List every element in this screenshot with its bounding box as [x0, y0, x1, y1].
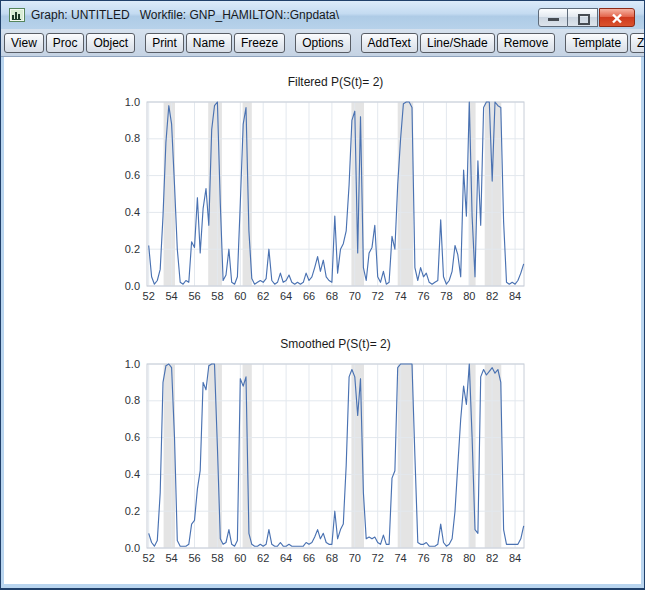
y-tick-label: 1.0 — [125, 96, 140, 108]
y-tick-label: 0.2 — [125, 505, 140, 517]
x-tick-label: 84 — [509, 552, 521, 564]
x-tick-label: 52 — [143, 552, 155, 564]
x-tick-label: 72 — [372, 290, 384, 302]
recession-band — [164, 364, 175, 548]
toolbar-button-template[interactable]: Template — [565, 33, 628, 53]
y-tick-label: 0.4 — [125, 468, 140, 480]
x-tick-label: 56 — [188, 552, 200, 564]
x-tick-label: 52 — [143, 290, 155, 302]
toolbar-group-view-tools: Template Zoom — [565, 33, 645, 53]
x-tick-label: 70 — [349, 290, 361, 302]
x-tick-label: 78 — [440, 290, 452, 302]
minimize-button[interactable] — [538, 8, 568, 27]
recession-band — [485, 102, 502, 286]
recession-band — [398, 364, 414, 548]
window-title: Graph: UNTITLED Workfile: GNP_HAMILTON::… — [31, 1, 339, 29]
y-tick-label: 0.2 — [125, 243, 140, 255]
x-tick-label: 76 — [417, 290, 429, 302]
probability-line — [149, 102, 524, 284]
minimize-icon — [548, 18, 559, 21]
maximize-icon — [578, 14, 590, 25]
toolbar-group-output: Print Name Freeze — [145, 33, 287, 53]
toolbar-button-name[interactable]: Name — [186, 33, 232, 53]
y-tick-label: 0.4 — [125, 206, 140, 218]
y-tick-label: 0.8 — [125, 394, 140, 406]
x-tick-label: 58 — [211, 290, 223, 302]
toolbar-button-view[interactable]: View — [4, 33, 44, 53]
x-tick-label: 62 — [257, 552, 269, 564]
toolbar-button-freeze[interactable]: Freeze — [234, 33, 285, 53]
x-tick-label: 60 — [234, 552, 246, 564]
y-tick-label: 1.0 — [125, 358, 140, 370]
toolbar-button-options[interactable]: Options — [295, 33, 350, 53]
x-tick-label: 74 — [394, 290, 406, 302]
x-tick-label: 80 — [463, 552, 475, 564]
eviews-graph-window: Graph: UNTITLED Workfile: GNP_HAMILTON::… — [0, 0, 645, 590]
graph-object-icon — [9, 7, 25, 23]
x-tick-label: 80 — [463, 290, 475, 302]
y-tick-label: 0.0 — [125, 542, 140, 554]
recession-band — [164, 102, 175, 286]
toolbar-button-proc[interactable]: Proc — [46, 33, 85, 53]
y-tick-label: 0.6 — [125, 169, 140, 181]
recession-band — [485, 364, 502, 548]
probability-line — [149, 364, 524, 546]
filtered-chart-plot[interactable]: 52545658606264666870727476788082840.00.2… — [99, 93, 539, 305]
x-tick-label: 58 — [211, 552, 223, 564]
x-tick-label: 68 — [326, 290, 338, 302]
x-tick-label: 64 — [280, 290, 292, 302]
y-tick-label: 0.6 — [125, 431, 140, 443]
x-tick-label: 54 — [165, 290, 177, 302]
title-bar[interactable]: Graph: UNTITLED Workfile: GNP_HAMILTON::… — [1, 1, 644, 29]
x-tick-label: 70 — [349, 552, 361, 564]
y-tick-label: 0.8 — [125, 132, 140, 144]
smoothed-chart-plot[interactable]: 52545658606264666870727476788082840.00.2… — [99, 355, 539, 567]
x-tick-label: 62 — [257, 290, 269, 302]
toolbar-button-remove[interactable]: Remove — [497, 33, 556, 53]
window-controls — [538, 8, 635, 27]
x-tick-label: 82 — [486, 290, 498, 302]
y-tick-label: 0.0 — [125, 280, 140, 292]
filtered-chart-title: Filtered P(S(t)= 2) — [147, 75, 524, 91]
x-tick-label: 76 — [417, 552, 429, 564]
x-tick-label: 56 — [188, 290, 200, 302]
toolbar-button-addtext[interactable]: AddText — [361, 33, 418, 53]
x-tick-label: 68 — [326, 552, 338, 564]
toolbar-group-object: View Proc Object — [4, 33, 137, 53]
maximize-button[interactable] — [568, 8, 598, 27]
x-tick-label: 82 — [486, 552, 498, 564]
x-tick-label: 60 — [234, 290, 246, 302]
recession-band — [398, 102, 414, 286]
toolbar-button-object[interactable]: Object — [86, 33, 135, 53]
filtered-probability-chart: Filtered P(S(t)= 2) 52545658606264666870… — [99, 75, 539, 309]
x-tick-label: 66 — [303, 290, 315, 302]
toolbar-button-line-shade[interactable]: Line/Shade — [420, 33, 495, 53]
x-tick-label: 74 — [394, 552, 406, 564]
x-tick-label: 72 — [372, 552, 384, 564]
x-tick-label: 78 — [440, 552, 452, 564]
toolbar-group-annotate: AddText Line/Shade Remove — [361, 33, 558, 53]
x-tick-label: 66 — [303, 552, 315, 564]
smoothed-chart-title: Smoothed P(S(t)= 2) — [147, 337, 524, 353]
toolbar: View Proc Object Print Name Freeze Optio… — [1, 29, 644, 57]
smoothed-probability-chart: Smoothed P(S(t)= 2) 52545658606264666870… — [99, 337, 539, 571]
toolbar-group-options: Options — [295, 33, 352, 53]
x-tick-label: 84 — [509, 290, 521, 302]
x-tick-label: 64 — [280, 552, 292, 564]
close-icon — [611, 12, 623, 27]
toolbar-button-print[interactable]: Print — [145, 33, 184, 53]
x-tick-label: 54 — [165, 552, 177, 564]
graph-content-area: Filtered P(S(t)= 2) 52545658606264666870… — [4, 57, 641, 584]
close-button[interactable] — [599, 8, 635, 27]
toolbar-button-zoom[interactable]: Zoom — [630, 33, 645, 53]
